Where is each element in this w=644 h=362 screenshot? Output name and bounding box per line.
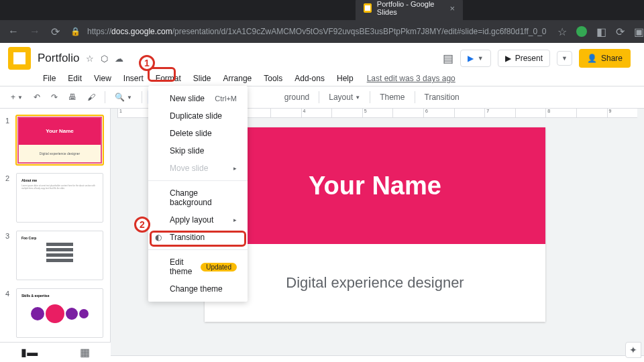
menu-addons[interactable]: Add-ons <box>289 71 330 86</box>
slideshow-options-button[interactable]: ▶▼ <box>460 50 491 67</box>
doc-title[interactable]: Portfolio <box>38 52 79 65</box>
extension-icon[interactable]: ⟳ <box>616 25 625 38</box>
move-icon[interactable]: ⬡ <box>101 54 108 64</box>
theme-tool[interactable]: Theme <box>376 90 409 105</box>
forward-icon[interactable]: → <box>30 25 40 38</box>
view-switcher: ▮▬ ▦ <box>0 342 111 362</box>
dd-delete[interactable]: Delete slide <box>148 125 248 142</box>
undo-tool[interactable]: ↶ <box>30 90 44 105</box>
extension-icon[interactable]: ▣ <box>634 25 644 38</box>
explore-button[interactable]: ✦ <box>625 342 641 358</box>
close-tab-icon[interactable]: × <box>449 3 455 13</box>
star-icon[interactable]: ☆ <box>86 54 94 64</box>
dd-new-slide[interactable]: New slideCtrl+M <box>148 90 248 107</box>
menu-view[interactable]: View <box>89 71 117 86</box>
slides-logo[interactable] <box>8 47 31 70</box>
thumb-4[interactable]: 4 Skills & expertise <box>5 288 105 338</box>
menu-format[interactable]: Format <box>150 71 186 86</box>
browser-toolbar: ← → ⟳ 🔒 https://docs.google.com/presenta… <box>0 20 644 43</box>
tab-title: Portfolio - Google Slides <box>377 0 445 16</box>
browser-tabstrip: Portfolio - Google Slides × <box>0 0 644 20</box>
print-tool[interactable]: 🖶 <box>64 90 80 105</box>
toolbar: +▼ ↶ ↷ 🖶 🖌 🔍▼ ➤ 🅃 ground Layout▼ Theme T… <box>0 86 644 109</box>
dd-change-bg[interactable]: Change background <box>148 184 248 211</box>
share-button[interactable]: 👤Share <box>579 49 631 68</box>
slide-title: Your Name <box>309 172 441 200</box>
menu-help[interactable]: Help <box>331 71 359 86</box>
menu-bar: File Edit View Insert Format Slide Arran… <box>8 71 636 86</box>
back-icon[interactable]: ← <box>8 25 19 38</box>
thumb-3[interactable]: 3 Foo Corp <box>5 231 105 280</box>
slides-favicon <box>364 3 372 13</box>
dd-skip[interactable]: Skip slide <box>148 142 248 160</box>
menu-tools[interactable]: Tools <box>258 71 288 86</box>
redo-tool[interactable]: ↷ <box>47 90 62 105</box>
dd-duplicate[interactable]: Duplicate slide <box>148 107 248 125</box>
last-edit-link[interactable]: Last edit was 3 days ago <box>367 74 455 83</box>
slide-menu-dropdown: New slideCtrl+M Duplicate slide Delete s… <box>148 86 248 302</box>
annotation-2: 2 <box>134 217 150 233</box>
layout-tool[interactable]: Layout▼ <box>325 90 364 105</box>
extension-icon[interactable]: ◧ <box>596 25 606 38</box>
slide-subtitle-area[interactable]: Digital experience designer <box>205 244 545 322</box>
slide-subtitle: Digital experience designer <box>286 274 464 292</box>
menu-insert[interactable]: Insert <box>118 71 149 86</box>
menu-slide[interactable]: Slide <box>188 71 217 86</box>
background-tool[interactable]: ground <box>280 90 313 105</box>
cloud-icon[interactable]: ☁ <box>115 54 123 64</box>
dd-change-theme[interactable]: Change theme <box>148 280 248 298</box>
comments-icon[interactable]: ▤ <box>443 52 453 66</box>
zoom-tool[interactable]: 🔍▼ <box>111 90 136 105</box>
url-bar[interactable]: 🔒 https://docs.google.com/presentation/d… <box>70 27 547 36</box>
slide-title-area[interactable]: Your Name <box>205 127 545 244</box>
browser-tab[interactable]: Portfolio - Google Slides × <box>356 0 463 20</box>
present-caret-button[interactable]: ▼ <box>557 51 572 66</box>
new-slide-tool[interactable]: +▼ <box>7 90 27 105</box>
bookmark-icon[interactable]: ☆ <box>557 25 567 38</box>
menu-edit[interactable]: Edit <box>62 71 87 86</box>
dd-apply-layout[interactable]: Apply layout▸ <box>148 211 248 229</box>
filmstrip-view-icon[interactable]: ▮▬ <box>21 346 38 359</box>
transition-icon: ◐ <box>155 233 162 242</box>
dd-edit-theme[interactable]: Edit themeUpdated <box>148 253 248 280</box>
annotation-1: 1 <box>139 55 155 71</box>
paint-format-tool[interactable]: 🖌 <box>83 90 99 105</box>
thumb-2[interactable]: 2 About me Lorem ipsum dolor sit amet te… <box>5 173 105 223</box>
app-header: Portfolio ☆ ⬡ ☁ ▤ ▶▼ ▶Present ▼ 👤Share F… <box>0 43 644 86</box>
dd-transition[interactable]: ◐Transition <box>148 229 248 246</box>
reload-icon[interactable]: ⟳ <box>51 25 60 38</box>
browser-extensions: ☆ ◧ ⟳ ▣ <box>557 25 644 38</box>
menu-arrange[interactable]: Arrange <box>218 71 258 86</box>
speaker-notes[interactable]: Click to add speaker notes <box>111 355 644 362</box>
thumb-1[interactable]: 1 Your Name Digital experience designer <box>5 115 105 165</box>
main: 1 Your Name Digital experience designer … <box>0 109 644 362</box>
present-button[interactable]: ▶Present <box>498 50 550 67</box>
transition-tool[interactable]: Transition <box>421 90 464 105</box>
updated-badge: Updated <box>201 263 237 272</box>
lock-icon: 🔒 <box>70 27 80 36</box>
grid-view-icon[interactable]: ▦ <box>80 346 90 359</box>
menu-file[interactable]: File <box>38 71 61 86</box>
dd-move: Move slide▸ <box>148 160 248 177</box>
slide-canvas[interactable]: Your Name Digital experience designer <box>205 127 545 322</box>
url-text: https://docs.google.com/presentation/d/1… <box>87 27 547 36</box>
extension-icon[interactable] <box>576 26 587 37</box>
filmstrip[interactable]: 1 Your Name Digital experience designer … <box>0 109 111 362</box>
